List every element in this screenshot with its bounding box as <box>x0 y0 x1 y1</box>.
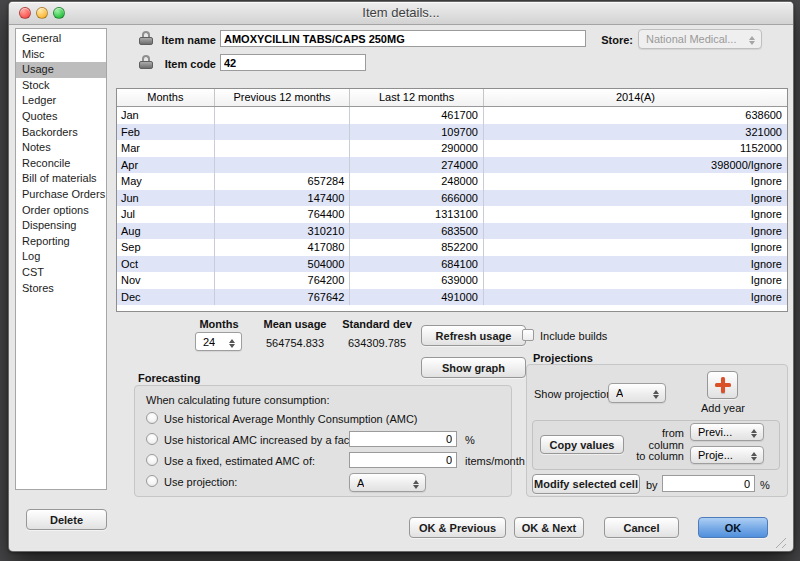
table-cell[interactable]: 1152000 <box>484 140 787 157</box>
to-column-dropdown[interactable]: Proje... <box>690 446 764 464</box>
table-cell[interactable]: 398000/Ignore <box>484 157 787 174</box>
sidebar-item-bill-of-materials[interactable]: Bill of materials <box>16 171 106 187</box>
sidebar-item-log[interactable]: Log <box>16 249 106 265</box>
radio-use-historical-amc[interactable] <box>146 412 158 424</box>
table-row[interactable]: Nov764200639000Ignore <box>117 272 787 289</box>
table-cell[interactable]: Jan <box>117 107 215 124</box>
table-cell[interactable]: Feb <box>117 124 215 141</box>
table-cell[interactable]: Jun <box>117 190 215 207</box>
sidebar-item-reporting[interactable]: Reporting <box>16 234 106 250</box>
table-cell[interactable]: 310210 <box>215 223 351 240</box>
table-cell[interactable]: 657284 <box>215 173 351 190</box>
sidebar-item-ledger[interactable]: Ledger <box>16 93 106 109</box>
delete-button[interactable]: Delete <box>26 509 107 530</box>
sidebar-item-stores[interactable]: Stores <box>16 281 106 297</box>
table-cell[interactable] <box>215 107 351 124</box>
resize-grip[interactable] <box>773 535 786 548</box>
amc-factor-input[interactable] <box>349 431 457 447</box>
radio-use-projection[interactable] <box>146 475 158 487</box>
table-cell[interactable]: Ignore <box>484 289 787 306</box>
table-cell[interactable]: 321000 <box>484 124 787 141</box>
sidebar-item-general[interactable]: General <box>16 31 106 47</box>
table-row[interactable]: Mar2900001152000 <box>117 140 787 157</box>
table-cell[interactable]: 639000 <box>350 272 484 289</box>
table-cell[interactable]: 764400 <box>215 206 351 223</box>
table-cell[interactable]: 290000 <box>350 140 484 157</box>
table-cell[interactable]: May <box>117 173 215 190</box>
table-cell[interactable]: 764200 <box>215 272 351 289</box>
table-cell[interactable]: Nov <box>117 272 215 289</box>
table-cell[interactable]: 1313100 <box>350 206 484 223</box>
table-cell[interactable]: 109700 <box>350 124 484 141</box>
item-name-input[interactable] <box>220 30 586 47</box>
store-dropdown[interactable]: National Medical... <box>638 29 762 49</box>
table-cell[interactable] <box>215 140 351 157</box>
sidebar-item-backorders[interactable]: Backorders <box>16 125 106 141</box>
column-header-last[interactable]: Last 12 months <box>350 89 484 106</box>
table-cell[interactable]: 248000 <box>350 173 484 190</box>
table-cell[interactable]: Sep <box>117 239 215 256</box>
item-code-input[interactable] <box>220 54 366 71</box>
column-header-2014a[interactable]: 2014(A) <box>484 89 787 106</box>
radio-fixed-estimated-amc[interactable] <box>146 454 158 466</box>
table-cell[interactable]: Ignore <box>484 206 787 223</box>
title-bar[interactable]: Item details... <box>9 2 793 25</box>
table-row[interactable]: Jan461700638600 <box>117 107 787 124</box>
table-row[interactable]: Oct504000684100Ignore <box>117 256 787 273</box>
table-cell[interactable]: Ignore <box>484 190 787 207</box>
table-cell[interactable]: Jul <box>117 206 215 223</box>
ok-button[interactable]: OK <box>698 517 768 538</box>
table-cell[interactable]: 274000 <box>350 157 484 174</box>
sidebar-item-cst[interactable]: CST <box>16 265 106 281</box>
table-row[interactable]: Apr274000398000/Ignore <box>117 157 787 174</box>
table-cell[interactable]: Ignore <box>484 223 787 240</box>
radio-amc-increased-factor[interactable] <box>146 433 158 445</box>
modify-selected-cell-button[interactable]: Modify selected cell <box>532 474 640 494</box>
table-cell[interactable]: 461700 <box>350 107 484 124</box>
table-cell[interactable]: Ignore <box>484 256 787 273</box>
table-cell[interactable]: 683500 <box>350 223 484 240</box>
ok-previous-button[interactable]: OK & Previous <box>409 517 506 538</box>
table-cell[interactable]: 504000 <box>215 256 351 273</box>
table-cell[interactable]: Aug <box>117 223 215 240</box>
copy-values-button[interactable]: Copy values <box>540 435 624 454</box>
sidebar-item-order-options[interactable]: Order options <box>16 203 106 219</box>
months-dropdown[interactable]: 24 <box>195 332 242 351</box>
table-cell[interactable] <box>215 157 351 174</box>
table-cell[interactable]: Ignore <box>484 239 787 256</box>
from-column-dropdown[interactable]: Previ... <box>690 423 764 441</box>
table-cell[interactable]: Ignore <box>484 272 787 289</box>
table-row[interactable]: Feb109700321000 <box>117 124 787 141</box>
refresh-usage-button[interactable]: Refresh usage <box>421 325 526 346</box>
include-builds-checkbox[interactable] <box>522 329 534 341</box>
table-cell[interactable]: 666000 <box>350 190 484 207</box>
table-cell[interactable]: Ignore <box>484 173 787 190</box>
table-cell[interactable]: 147400 <box>215 190 351 207</box>
table-row[interactable]: May657284248000Ignore <box>117 173 787 190</box>
table-cell[interactable]: 417080 <box>215 239 351 256</box>
sidebar-item-stock[interactable]: Stock <box>16 78 106 94</box>
sidebar-item-dispensing[interactable]: Dispensing <box>16 218 106 234</box>
table-row[interactable]: Aug310210683500Ignore <box>117 223 787 240</box>
table-row[interactable]: Dec767642491000Ignore <box>117 289 787 306</box>
sidebar-item-notes[interactable]: Notes <box>16 140 106 156</box>
column-header-months[interactable]: Months <box>117 89 215 106</box>
show-graph-button[interactable]: Show graph <box>421 357 526 378</box>
cancel-button[interactable]: Cancel <box>604 517 679 538</box>
table-row[interactable]: Jun147400666000Ignore <box>117 190 787 207</box>
table-cell[interactable]: 684100 <box>350 256 484 273</box>
table-cell[interactable]: Apr <box>117 157 215 174</box>
fixed-amc-input[interactable] <box>349 452 457 468</box>
column-header-previous[interactable]: Previous 12 months <box>215 89 351 106</box>
table-cell[interactable]: 852200 <box>350 239 484 256</box>
table-cell[interactable] <box>215 124 351 141</box>
table-row[interactable]: Jul7644001313100Ignore <box>117 206 787 223</box>
sidebar-item-reconcile[interactable]: Reconcile <box>16 156 106 172</box>
sidebar-item-quotes[interactable]: Quotes <box>16 109 106 125</box>
sidebar-item-usage[interactable]: Usage <box>16 62 106 78</box>
table-cell[interactable]: 767642 <box>215 289 351 306</box>
table-cell[interactable]: 638600 <box>484 107 787 124</box>
sidebar-item-purchase-orders[interactable]: Purchase Orders <box>16 187 106 203</box>
table-cell[interactable]: 491000 <box>350 289 484 306</box>
add-year-button[interactable] <box>707 371 738 399</box>
